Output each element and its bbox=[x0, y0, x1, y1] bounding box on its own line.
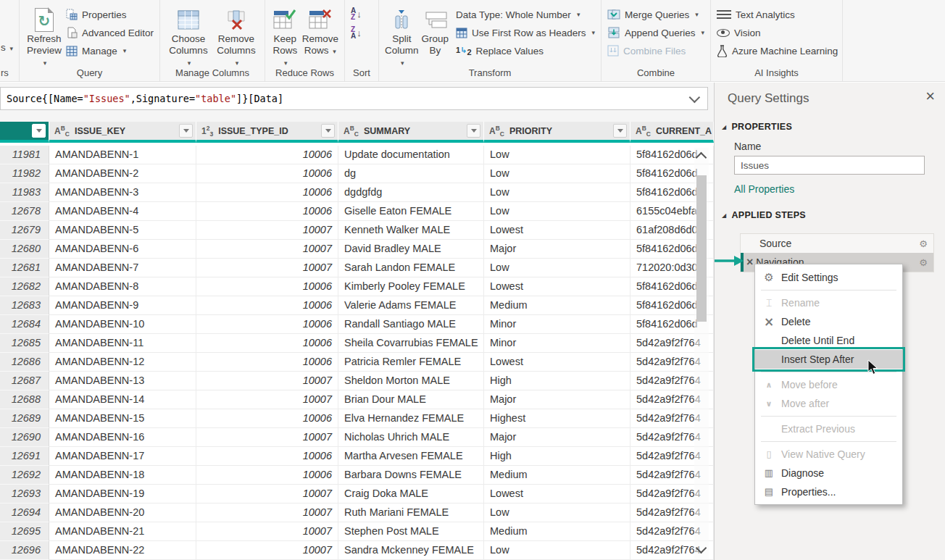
priority-cell[interactable]: Low bbox=[484, 541, 630, 560]
table-row[interactable]: 11983 AMANDABENN-3 10006 dgdgfdg Low 5f8… bbox=[0, 183, 714, 202]
properties-section-header[interactable]: ◢ PROPERTIES bbox=[722, 122, 792, 132]
issue-type-id-cell[interactable]: 10006 bbox=[196, 466, 338, 485]
issue-type-id-cell[interactable]: 10006 bbox=[196, 334, 338, 353]
step-source[interactable]: Source ⚙ bbox=[741, 234, 933, 253]
remove-columns-button[interactable]: Remove Columns ▾ bbox=[214, 4, 259, 69]
summary-cell[interactable]: Martha Arvesen FEMALE bbox=[338, 447, 484, 466]
manage-button[interactable]: Manage ▾ bbox=[66, 43, 154, 59]
delete-step-icon[interactable]: × bbox=[746, 257, 753, 267]
issue-key-cell[interactable]: AMANDABENN-17 bbox=[49, 447, 196, 466]
menu-item[interactable]: Move before bbox=[755, 375, 902, 394]
issue-type-id-cell[interactable]: 10006 bbox=[196, 315, 338, 334]
issue-type-id-cell[interactable]: 10007 bbox=[196, 503, 338, 522]
issue-key-cell[interactable]: AMANDABENN-20 bbox=[49, 503, 196, 522]
summary-cell[interactable]: Sandra Mckenney FEMALE bbox=[338, 541, 484, 560]
replace-values-button[interactable]: 1↳2 Replace Values bbox=[456, 43, 595, 59]
table-row[interactable]: 12689 AMANDABENN-15 10006 Elva Hernandez… bbox=[0, 409, 714, 428]
issue-key-cell[interactable]: AMANDABENN-12 bbox=[49, 353, 196, 372]
issue-type-id-cell[interactable]: 10007 bbox=[196, 259, 338, 277]
table-row[interactable]: 12695 AMANDABENN-21 10007 Stephen Post M… bbox=[0, 522, 714, 541]
summary-cell[interactable]: David Bradley MALE bbox=[338, 240, 484, 259]
issue-key-cell[interactable]: AMANDABENN-19 bbox=[49, 485, 196, 503]
menu-item[interactable]: Delete bbox=[755, 312, 902, 331]
use-first-row-button[interactable]: Use First Row as Headers ▾ bbox=[456, 25, 595, 41]
priority-cell[interactable]: Low bbox=[484, 259, 630, 277]
priority-cell[interactable]: Lowest bbox=[484, 485, 630, 503]
issue-type-id-cell[interactable]: 10007 bbox=[196, 240, 338, 259]
issue-type-id-cell[interactable]: 10006 bbox=[196, 202, 338, 221]
keep-rows-button[interactable]: Keep Rows ▾ bbox=[271, 4, 299, 69]
merge-queries-button[interactable]: Merge Queries ▾ bbox=[607, 7, 704, 22]
column-header-summary[interactable]: ABC SUMMARY bbox=[338, 122, 484, 143]
column-header-issue-type-id[interactable]: 123 ISSUE_TYPE_ID bbox=[196, 122, 338, 143]
text-analytics-button[interactable]: Text Analytics bbox=[717, 7, 838, 22]
table-row[interactable]: 12683 AMANDABENN-9 10006 Valerie Adams F… bbox=[0, 296, 714, 315]
priority-cell[interactable]: Medium bbox=[484, 296, 630, 315]
issue-key-cell[interactable]: AMANDABENN-16 bbox=[49, 428, 196, 447]
issue-type-id-cell[interactable]: 10007 bbox=[196, 372, 338, 390]
issue-key-cell[interactable]: AMANDABENN-18 bbox=[49, 466, 196, 485]
issue-key-cell[interactable]: AMANDABENN-15 bbox=[49, 409, 196, 428]
issue-type-id-cell[interactable]: 10006 bbox=[196, 146, 338, 164]
menu-item[interactable]: Rename bbox=[755, 293, 902, 312]
menu-item[interactable]: Insert Step After bbox=[755, 350, 902, 369]
issue-type-id-cell[interactable]: 10007 bbox=[196, 485, 338, 503]
priority-cell[interactable]: High bbox=[484, 447, 630, 466]
issue-key-cell[interactable]: AMANDABENN-21 bbox=[49, 522, 196, 541]
collapse-triangle-icon[interactable]: ◢ bbox=[722, 212, 726, 219]
issue-key-cell[interactable]: AMANDABENN-1 bbox=[49, 146, 196, 164]
issue-key-cell[interactable]: AMANDABENN-9 bbox=[49, 296, 196, 315]
summary-cell[interactable]: Kimberly Pooley FEMALE bbox=[338, 277, 484, 296]
advanced-editor-button[interactable]: Advanced Editor bbox=[66, 25, 154, 41]
summary-cell[interactable]: Nicholas Uhrich MALE bbox=[338, 428, 484, 447]
issue-key-cell[interactable]: AMANDABENN-6 bbox=[49, 240, 196, 259]
close-icon[interactable]: × bbox=[925, 88, 935, 104]
gear-icon[interactable]: ⚙ bbox=[919, 238, 928, 249]
issue-key-cell[interactable]: AMANDABENN-4 bbox=[49, 202, 196, 221]
table-row[interactable]: 12681 AMANDABENN-7 10007 Sarah Landon FE… bbox=[0, 259, 714, 277]
menu-item[interactable]: Extract Previous bbox=[755, 419, 902, 438]
summary-cell[interactable]: Barbara Downs FEMALE bbox=[338, 466, 484, 485]
group-by-button[interactable]: Group By bbox=[422, 4, 449, 57]
priority-cell[interactable]: Major bbox=[484, 390, 630, 409]
summary-cell[interactable]: Craig Doka MALE bbox=[338, 485, 484, 503]
priority-cell[interactable]: Medium bbox=[484, 466, 630, 485]
table-row[interactable]: 12696 AMANDABENN-22 10007 Sandra Mckenne… bbox=[0, 541, 714, 560]
vertical-scrollbar[interactable] bbox=[694, 148, 709, 559]
issue-key-cell[interactable]: AMANDABENN-11 bbox=[49, 334, 196, 353]
menu-item[interactable]: Edit Settings bbox=[755, 268, 902, 287]
append-queries-button[interactable]: Append Queries ▾ bbox=[607, 25, 704, 41]
priority-cell[interactable]: Major bbox=[484, 240, 630, 259]
priority-cell[interactable]: Lowest bbox=[484, 221, 630, 240]
scroll-up-icon[interactable] bbox=[696, 152, 707, 164]
issue-type-id-cell[interactable]: 10006 bbox=[196, 447, 338, 466]
issue-type-id-cell[interactable]: 10007 bbox=[196, 541, 338, 560]
priority-cell[interactable]: Lowest bbox=[484, 277, 630, 296]
table-row[interactable]: 12684 AMANDABENN-10 10006 Randall Santia… bbox=[0, 315, 714, 334]
menu-item[interactable]: Move after bbox=[755, 394, 902, 413]
issue-type-id-cell[interactable]: 10007 bbox=[196, 522, 338, 541]
summary-cell[interactable]: Sheldon Morton MALE bbox=[338, 372, 484, 390]
filter-dropdown-icon[interactable] bbox=[613, 124, 627, 138]
summary-cell[interactable]: Elva Hernandez FEMALE bbox=[338, 409, 484, 428]
vision-button[interactable]: Vision bbox=[717, 25, 838, 41]
column-header-priority[interactable]: ABC PRIORITY bbox=[484, 122, 630, 143]
menu-item[interactable]: Delete Until End bbox=[755, 331, 902, 350]
table-row[interactable]: 12682 AMANDABENN-8 10006 Kimberly Pooley… bbox=[0, 277, 714, 296]
scrollbar-thumb[interactable] bbox=[696, 175, 707, 322]
remove-rows-button[interactable]: Remove Rows ▾ bbox=[302, 4, 338, 57]
issue-type-id-cell[interactable]: 10007 bbox=[196, 390, 338, 409]
filter-dropdown-icon[interactable] bbox=[179, 124, 193, 138]
issue-key-cell[interactable]: AMANDABENN-5 bbox=[49, 221, 196, 240]
split-column-button[interactable]: Split Column ▾ bbox=[385, 4, 419, 69]
table-row[interactable]: 12691 AMANDABENN-17 10006 Martha Arvesen… bbox=[0, 447, 714, 466]
formula-bar[interactable]: Source{[Name="Issues",Signature="table"]… bbox=[0, 87, 708, 110]
priority-cell[interactable]: Minor bbox=[484, 315, 630, 334]
summary-cell[interactable]: dgdgfdg bbox=[338, 183, 484, 202]
table-row[interactable]: 12685 AMANDABENN-11 10006 Sheila Covarru… bbox=[0, 334, 714, 353]
issue-key-cell[interactable]: AMANDABENN-22 bbox=[49, 541, 196, 560]
all-properties-link[interactable]: All Properties bbox=[734, 183, 794, 195]
scroll-down-icon[interactable] bbox=[696, 543, 707, 554]
gear-icon[interactable]: ⚙ bbox=[919, 257, 928, 268]
table-row[interactable]: 12693 AMANDABENN-19 10007 Craig Doka MAL… bbox=[0, 485, 714, 503]
